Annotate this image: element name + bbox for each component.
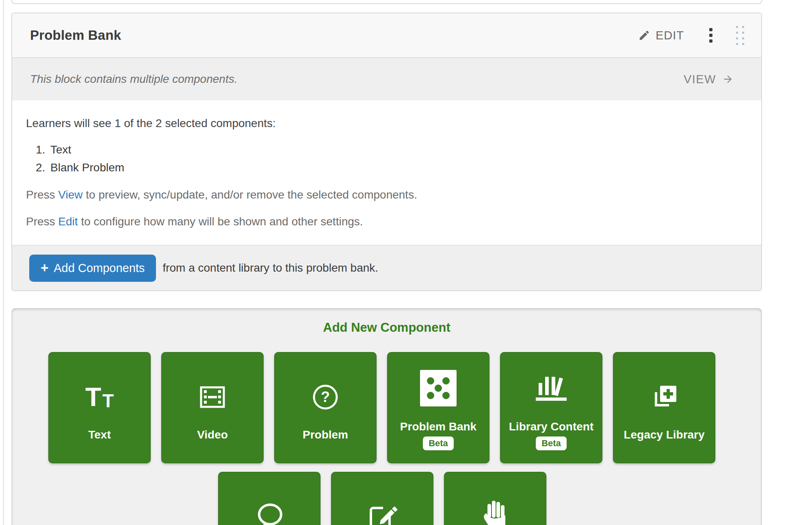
- add-component-tile-problem-bank[interactable]: Problem BankBeta: [387, 352, 489, 463]
- add-components-button[interactable]: + Add Components: [29, 255, 156, 282]
- beta-badge: Beta: [423, 436, 454, 450]
- add-new-component-title: Add New Component: [11, 320, 762, 335]
- plus-icon: +: [41, 261, 48, 274]
- text-icon: TT: [85, 375, 114, 419]
- tile-label: Problem: [303, 428, 348, 442]
- component-number: 1.: [36, 141, 45, 159]
- edit-link[interactable]: Edit: [58, 215, 78, 228]
- press-view-hint: Press View to preview, sync/update, and/…: [26, 187, 743, 203]
- notice-text: This block contains multiple components.: [30, 73, 237, 86]
- block-notice-bar: This block contains multiple components.…: [12, 57, 761, 100]
- block-title: Problem Bank: [30, 28, 121, 43]
- add-component-tile-legacy-library[interactable]: Legacy Library: [613, 352, 715, 463]
- selected-component-item: 2.Blank Problem: [36, 159, 743, 177]
- legacy-library-icon: [650, 375, 678, 419]
- add-component-tile-text[interactable]: TTText: [48, 352, 151, 463]
- add-component-tile-video[interactable]: Video: [161, 352, 264, 463]
- add-component-tile-library-content[interactable]: Library ContentBeta: [500, 352, 602, 463]
- pencil-icon: [638, 29, 650, 41]
- edit-button-label: EDIT: [656, 29, 684, 42]
- add-new-component-panel: Add New Component TTTextVideo?ProblemPro…: [11, 308, 762, 525]
- component-label: Text: [50, 143, 71, 156]
- selected-components-list: 1.Text2.Blank Problem: [26, 141, 743, 177]
- selected-component-item: 1.Text: [36, 141, 743, 159]
- selection-summary: Learners will see 1 of the 2 selected co…: [26, 116, 743, 131]
- problem-bank-icon: [420, 366, 457, 410]
- discussion-bubble-icon: [253, 495, 285, 525]
- tile-label: Library Content: [509, 419, 593, 434]
- block-body: Learners will see 1 of the 2 selected co…: [12, 100, 761, 229]
- tile-label: Legacy Library: [624, 428, 704, 442]
- add-component-tile-hand[interactable]: [444, 472, 546, 525]
- problem-bank-block-card: Problem Bank EDIT This block contains mu…: [11, 13, 762, 291]
- page-left-rule: [3, 0, 4, 525]
- svg-text:?: ?: [321, 389, 330, 405]
- block-header: Problem Bank EDIT: [12, 13, 761, 57]
- press-edit-suffix: to configure how many will be shown and …: [78, 215, 363, 228]
- press-edit-hint: Press Edit to configure how many will be…: [26, 214, 743, 229]
- add-component-tile-open-response[interactable]: [331, 472, 433, 525]
- component-label: Blank Problem: [50, 161, 124, 174]
- view-button[interactable]: VIEW: [684, 73, 734, 86]
- block-footer: + Add Components from a content library …: [12, 245, 761, 290]
- tile-label: Video: [197, 428, 228, 442]
- press-view-suffix: to preview, sync/update, and/or remove t…: [83, 188, 417, 201]
- add-components-hint: from a content library to this problem b…: [162, 261, 378, 274]
- arrow-right-icon: [721, 73, 734, 85]
- tile-label: Text: [88, 428, 111, 442]
- video-icon: [200, 375, 225, 419]
- component-tile-row-2: [218, 472, 546, 525]
- add-component-tile-discussion-bubble[interactable]: [218, 472, 320, 525]
- press-edit-prefix: Press: [26, 215, 58, 228]
- component-number: 2.: [36, 159, 45, 177]
- press-view-prefix: Press: [26, 188, 58, 201]
- problem-icon: ?: [312, 375, 339, 419]
- drag-handle-icon[interactable]: [734, 24, 746, 47]
- hand-icon: [482, 495, 508, 525]
- library-content-icon: [532, 366, 570, 410]
- beta-badge: Beta: [536, 436, 567, 450]
- kebab-menu-icon[interactable]: [708, 26, 714, 44]
- component-tile-row-1: TTTextVideo?ProblemProblem BankBetaLibra…: [48, 352, 715, 463]
- previous-block-card-remnant: [11, 0, 762, 4]
- add-component-tile-problem[interactable]: ?Problem: [274, 352, 377, 463]
- view-button-label: VIEW: [684, 73, 716, 86]
- tile-label: Problem Bank: [400, 419, 476, 434]
- edit-button[interactable]: EDIT: [638, 29, 684, 42]
- open-response-icon: [367, 495, 398, 525]
- add-components-button-label: Add Components: [54, 261, 145, 275]
- view-link[interactable]: View: [58, 188, 82, 201]
